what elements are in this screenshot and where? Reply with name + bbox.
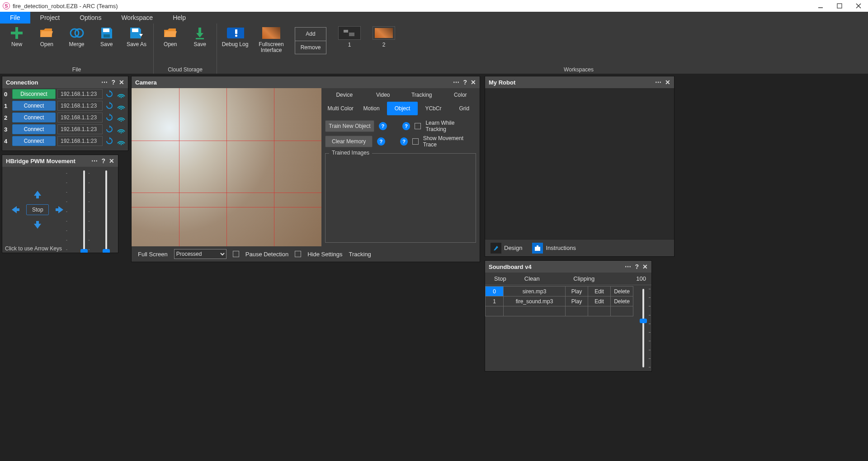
panel-menu-icon[interactable]: ⋯ (625, 263, 631, 270)
panel-help-icon[interactable]: ? (635, 263, 639, 270)
refresh-icon[interactable] (104, 124, 114, 134)
minimize-button[interactable] (817, 3, 824, 9)
connect-button[interactable]: Connect (12, 124, 56, 134)
panel-menu-icon[interactable]: ⋯ (655, 79, 661, 86)
ip-field[interactable]: 192.168.1.1:23 (57, 136, 103, 146)
refresh-icon[interactable] (104, 89, 114, 99)
learn-checkbox[interactable] (415, 123, 421, 129)
soundboard-row-empty[interactable] (486, 306, 633, 316)
ribbon-open[interactable]: Open (34, 26, 59, 47)
ip-field[interactable]: 192.168.1.1:23 (57, 101, 103, 111)
ip-field[interactable]: 192.168.1.1:23 (57, 89, 103, 99)
fullscreen-label[interactable]: Full Screen (138, 251, 168, 258)
cam-tab-grid[interactable]: Grid (449, 102, 480, 115)
workspace-2[interactable]: 2 (373, 26, 395, 48)
panel-close-icon[interactable]: ✕ (119, 79, 124, 86)
panel-help-icon[interactable]: ? (111, 79, 115, 86)
panel-close-icon[interactable]: ✕ (665, 79, 670, 86)
ribbon-cloud-save[interactable]: Save (188, 26, 212, 47)
maximize-button[interactable] (836, 3, 843, 9)
ribbon-merge[interactable]: Merge (64, 26, 89, 47)
help-icon[interactable]: ? (379, 122, 387, 130)
refresh-icon[interactable] (104, 113, 114, 122)
connect-button[interactable]: Connect (12, 101, 56, 111)
panel-menu-icon[interactable]: ⋯ (101, 79, 108, 86)
help-icon[interactable]: ? (400, 137, 408, 146)
workspace-thumb-icon (373, 26, 395, 40)
sb-volume-slider[interactable] (635, 285, 651, 371)
move-stop-button[interactable]: Stop (26, 204, 49, 215)
move-up-button[interactable] (31, 188, 44, 201)
workspace-remove[interactable]: Remove (295, 41, 326, 54)
ip-field[interactable]: 192.168.1.1:23 (57, 113, 103, 122)
camera-view[interactable] (132, 88, 321, 246)
menu-help[interactable]: Help (163, 12, 196, 24)
cam-tab-ycbcr[interactable]: YCbCr (418, 102, 448, 115)
pause-checkbox[interactable] (233, 251, 239, 257)
refresh-icon[interactable] (104, 136, 114, 146)
panel-close-icon[interactable]: ✕ (642, 263, 648, 270)
ribbon-save[interactable]: Save (94, 26, 119, 47)
ribbon-new[interactable]: New (5, 26, 29, 47)
train-object-button[interactable]: Train New Object (325, 120, 374, 132)
panel-help-icon[interactable]: ? (101, 157, 105, 165)
cam-tab-tracking[interactable]: Tracking (402, 88, 441, 102)
sb-delete-button[interactable]: Delete (611, 296, 633, 306)
panel-help-icon[interactable]: ? (463, 79, 467, 86)
wifi-icon[interactable] (116, 113, 126, 122)
workspace-1[interactable]: 1 (338, 26, 361, 48)
cam-tab-device[interactable]: Device (325, 88, 364, 102)
hide-label: Hide Settings (307, 251, 342, 258)
workspace-add[interactable]: Add (295, 28, 326, 41)
wifi-icon[interactable] (116, 136, 126, 146)
menu-workspace[interactable]: Workspace (111, 12, 163, 24)
clear-memory-button[interactable]: Clear Memory (325, 136, 373, 147)
cam-tab-color[interactable]: Color (441, 88, 480, 102)
trace-checkbox[interactable] (412, 138, 418, 145)
processed-select[interactable]: Processed (174, 249, 226, 259)
ip-field[interactable]: 192.168.1.1:23 (57, 124, 103, 134)
help-icon[interactable]: ? (402, 122, 410, 130)
instructions-tab[interactable]: Instructions (529, 241, 578, 255)
design-tab[interactable]: Design (488, 241, 525, 255)
ribbon-fullscreen[interactable]: Fullscreen Interface (258, 26, 285, 53)
refresh-icon[interactable] (104, 101, 114, 111)
sb-edit-button[interactable]: Edit (588, 296, 611, 306)
sb-edit-button[interactable]: Edit (588, 287, 611, 296)
wifi-icon[interactable] (116, 101, 126, 111)
cam-tab-motion[interactable]: Motion (356, 102, 387, 115)
sb-clean[interactable]: Clean (515, 275, 549, 282)
soundboard-row[interactable]: 0siren.mp3PlayEditDelete (486, 287, 633, 296)
panel-menu-icon[interactable]: ⋯ (91, 157, 98, 165)
ribbon-saveas[interactable]: Save As (124, 26, 149, 47)
panel-close-icon[interactable]: ✕ (109, 157, 114, 165)
menu-project[interactable]: Project (30, 12, 70, 24)
help-icon[interactable]: ? (377, 137, 385, 146)
move-right-button[interactable] (53, 203, 66, 216)
move-left-button[interactable] (9, 203, 22, 216)
sb-play-button[interactable]: Play (566, 296, 588, 306)
menu-options[interactable]: Options (70, 12, 111, 24)
ribbon-debug-log[interactable]: Debug Log (222, 26, 249, 47)
right-speed-slider[interactable]: --------- (96, 170, 116, 252)
close-button[interactable] (855, 3, 862, 9)
connect-button[interactable]: Connect (12, 136, 56, 146)
sb-play-button[interactable]: Play (566, 287, 588, 296)
cam-tab-multicolor[interactable]: Multi Color (325, 102, 356, 115)
soundboard-row[interactable]: 1fire_sound.mp3PlayEditDelete (486, 296, 633, 306)
hide-checkbox[interactable] (295, 251, 301, 257)
panel-menu-icon[interactable]: ⋯ (453, 79, 459, 86)
connect-button[interactable]: Connect (12, 113, 56, 122)
cam-tab-object[interactable]: Object (387, 102, 418, 115)
tracking-label[interactable]: Tracking (349, 251, 371, 258)
wifi-icon[interactable] (116, 124, 126, 134)
disconnect-button[interactable]: Disconnect (12, 89, 56, 99)
menu-file[interactable]: File (0, 12, 30, 24)
cam-tab-video[interactable]: Video (364, 88, 403, 102)
move-down-button[interactable] (31, 219, 44, 231)
sb-delete-button[interactable]: Delete (611, 287, 633, 296)
wifi-icon[interactable] (116, 89, 126, 99)
ribbon-cloud-open[interactable]: Open (158, 26, 183, 47)
sb-stop[interactable]: Stop (485, 275, 515, 282)
panel-close-icon[interactable]: ✕ (471, 79, 476, 86)
